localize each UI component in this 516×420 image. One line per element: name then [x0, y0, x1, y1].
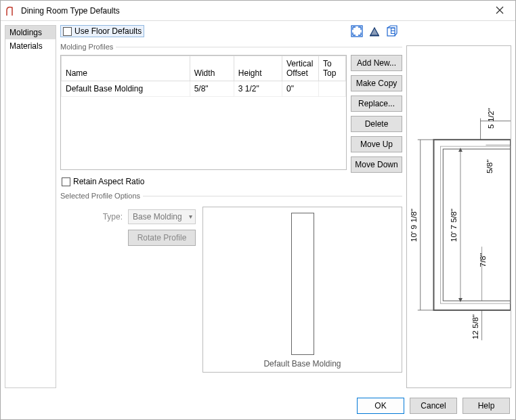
- use-floor-defaults-checkbox[interactable]: Use Floor Defaults: [60, 25, 144, 37]
- cell-height: 3 1/2": [234, 81, 282, 97]
- chevron-down-icon: ▾: [189, 213, 192, 220]
- checkbox-icon: [62, 177, 70, 186]
- delete-button[interactable]: Delete: [351, 116, 402, 132]
- molding-profiles-legend: Molding Profiles: [60, 43, 116, 51]
- dim-f: 12 5/8": [471, 314, 480, 339]
- dim-d: 10' 7 5/8": [449, 209, 458, 242]
- selected-profile-group: Selected Profile Options Type: Base Mold…: [60, 192, 402, 373]
- cell-name: Default Base Molding: [62, 81, 190, 97]
- cell-width: 5/8": [190, 81, 234, 97]
- retain-aspect-ratio-label: Retain Aspect Ratio: [73, 177, 144, 186]
- col-height[interactable]: Height: [234, 56, 282, 81]
- title-bar: Dining Room Type Defaults: [1, 1, 515, 21]
- dim-c: 10' 9 1/8": [409, 209, 418, 242]
- svg-rect-3: [370, 35, 379, 37]
- plan-preview-svg: 5 1/2" 5/8" 10' 9 1/8" 10' 7 5/8" 7/8": [407, 46, 511, 387]
- selected-profile-legend: Selected Profile Options: [60, 192, 143, 200]
- profile-preview: Default Base Molding: [202, 207, 402, 373]
- molding-profiles-table[interactable]: Name Width Height Vertical Offset To Top…: [61, 56, 346, 97]
- cell-vertical-offset: 0": [282, 81, 319, 97]
- profile-preview-label: Default Base Molding: [263, 359, 341, 369]
- nav-item-moldings[interactable]: Moldings: [5, 26, 56, 39]
- profile-shape: [291, 213, 314, 355]
- dim-a: 5 1/2": [486, 108, 496, 129]
- use-floor-defaults-label: Use Floor Defaults: [74, 26, 142, 36]
- col-vertical-offset[interactable]: Vertical Offset: [282, 56, 319, 81]
- col-name[interactable]: Name: [62, 56, 190, 81]
- move-down-button[interactable]: Move Down: [351, 156, 402, 173]
- type-combo-value: Base Molding: [133, 212, 182, 222]
- help-button[interactable]: Help: [463, 398, 510, 414]
- expand-icon[interactable]: [351, 25, 363, 37]
- app-icon: [6, 5, 17, 16]
- right-preview-panel: 5 1/2" 5/8" 10' 9 1/8" 10' 7 5/8" 7/8": [406, 25, 511, 388]
- preview-toolbar: E: [351, 25, 402, 37]
- plan-preview[interactable]: 5 1/2" 5/8" 10' 9 1/8" 10' 7 5/8" 7/8": [406, 45, 511, 388]
- dim-e: 7/8": [478, 253, 488, 268]
- dialog-body: Moldings Materials Use Floor Defaults: [1, 21, 515, 392]
- rotate-profile-button[interactable]: Rotate Profile: [128, 230, 196, 246]
- replace-button[interactable]: Replace...: [351, 96, 402, 112]
- dim-b: 5/8": [485, 159, 494, 173]
- nav-item-materials[interactable]: Materials: [5, 39, 56, 53]
- window-title: Dining Room Type Defaults: [21, 6, 490, 16]
- elevation-view-icon[interactable]: E: [386, 25, 398, 37]
- molding-profiles-table-container: Name Width Height Vertical Offset To Top…: [60, 55, 347, 170]
- col-width[interactable]: Width: [190, 56, 234, 81]
- dialog-footer: OK Cancel Help: [1, 392, 515, 419]
- svg-text:E: E: [390, 26, 395, 36]
- type-combo[interactable]: Base Molding ▾: [128, 209, 196, 224]
- cancel-button[interactable]: Cancel: [410, 398, 457, 414]
- cell-to-top: [319, 81, 346, 97]
- main-panel: Use Floor Defaults E Molding Profiles: [60, 25, 402, 388]
- col-to-top[interactable]: To Top: [319, 56, 346, 81]
- make-copy-button[interactable]: Make Copy: [351, 75, 402, 91]
- retain-aspect-ratio-checkbox[interactable]: Retain Aspect Ratio: [60, 177, 402, 186]
- molding-profiles-group: Molding Profiles Name Width Height Verti…: [60, 43, 402, 186]
- close-button[interactable]: [490, 5, 510, 16]
- ok-button[interactable]: OK: [357, 398, 404, 414]
- profile-list-buttons: Add New... Make Copy Replace... Delete M…: [351, 55, 402, 173]
- table-row[interactable]: Default Base Molding 5/8" 3 1/2" 0": [62, 81, 346, 97]
- move-up-button[interactable]: Move Up: [351, 136, 402, 152]
- top-bar: Use Floor Defaults E: [60, 25, 402, 37]
- svg-rect-6: [433, 140, 511, 310]
- color-toggle-icon[interactable]: [368, 25, 381, 37]
- svg-marker-2: [370, 28, 379, 35]
- dialog-window: Dining Room Type Defaults Moldings Mater…: [0, 0, 516, 420]
- add-new-button[interactable]: Add New...: [351, 55, 402, 71]
- checkbox-icon: [63, 27, 72, 36]
- type-label: Type:: [103, 212, 123, 222]
- category-list: Moldings Materials: [5, 25, 56, 388]
